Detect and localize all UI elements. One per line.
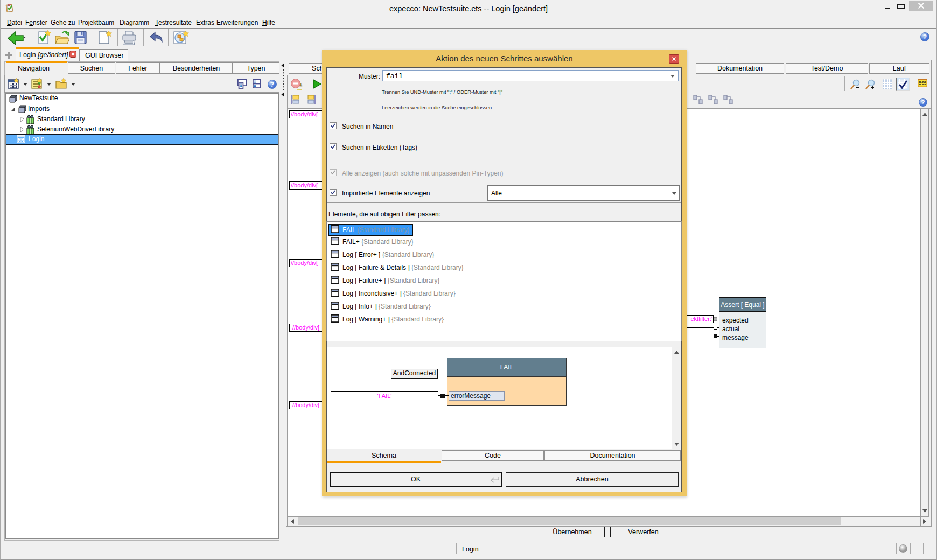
svg-text:?: ? [921, 99, 925, 106]
svg-text:?: ? [923, 33, 927, 41]
svg-text:?: ? [270, 81, 274, 88]
svg-text:±: ± [299, 82, 303, 88]
